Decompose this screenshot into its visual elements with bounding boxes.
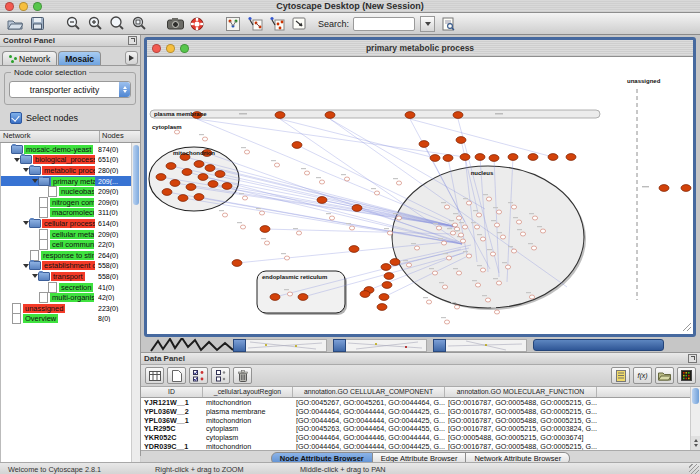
network-node[interactable] — [456, 216, 461, 220]
minimized-window-thumbnail[interactable] — [433, 339, 527, 351]
network-node-selected[interactable] — [194, 161, 204, 168]
tree-row-response-to-stimulu[interactable]: response to stimulu264(0) — [1, 250, 132, 261]
tree-column-nodes[interactable]: Nodes — [100, 131, 140, 142]
network-node-selected[interactable] — [405, 112, 415, 119]
network-node-selected[interactable] — [460, 154, 470, 161]
column-header-cellular-component[interactable]: annotation.GO CELLULAR_COMPONENT — [293, 387, 445, 397]
network-node[interactable] — [532, 216, 537, 220]
network-node-selected[interactable] — [548, 154, 558, 161]
minimized-window-thumbnail[interactable] — [233, 339, 327, 351]
network-node[interactable] — [511, 205, 516, 209]
tree-expand-icon[interactable] — [22, 221, 29, 225]
network-node-selected[interactable] — [681, 185, 691, 192]
network-node[interactable] — [319, 180, 324, 184]
network-node-selected[interactable] — [198, 174, 208, 181]
network-node[interactable] — [441, 241, 446, 245]
network-node[interactable] — [304, 171, 309, 175]
compartment-plasma-membrane[interactable] — [150, 110, 600, 118]
network-node-selected[interactable] — [382, 282, 392, 289]
tree-expand-icon[interactable] — [13, 158, 20, 162]
tree-row-biological-process[interactable]: biological_process651(0) — [1, 155, 132, 166]
tree-row-nitrogen-compo[interactable]: nitrogen compo209(0) — [1, 197, 132, 208]
network-node[interactable] — [414, 246, 419, 250]
network-node[interactable] — [432, 271, 437, 275]
tree-row-cellular-process[interactable]: cellular process614(0) — [1, 218, 132, 229]
tree-row-overview[interactable]: Overview8(0) — [1, 314, 132, 325]
network-node[interactable] — [242, 196, 247, 200]
network-node[interactable] — [485, 298, 490, 302]
network-node[interactable] — [486, 197, 491, 201]
network-node[interactable] — [454, 305, 459, 309]
network-node[interactable] — [240, 225, 245, 229]
table-row[interactable]: YPL036W__2plasma membrane[GO:0044464, GO… — [141, 407, 700, 416]
unselect-attributes-icon[interactable] — [211, 367, 230, 384]
tree-row-macromolecule[interactable]: macromolecule311(0) — [1, 208, 132, 219]
search-advanced-icon[interactable] — [439, 15, 457, 32]
select-nodes-checkbox[interactable] — [10, 112, 22, 124]
network-node-selected[interactable] — [232, 260, 242, 267]
network-node[interactable] — [274, 163, 279, 167]
network-node[interactable] — [349, 226, 354, 230]
network-node[interactable] — [500, 235, 505, 239]
new-attribute-icon[interactable] — [167, 367, 186, 384]
network-node[interactable] — [202, 137, 207, 141]
open-folder-icon[interactable] — [6, 15, 24, 32]
network-node[interactable] — [496, 281, 501, 285]
tree-row-unassigned[interactable]: unassigned223(0) — [1, 303, 132, 314]
tree-row-establishment-of-lo[interactable]: establishment of lo558(0) — [1, 261, 132, 272]
network-node-selected[interactable] — [162, 189, 172, 196]
network-node-selected[interactable] — [178, 195, 188, 202]
zoom-fit-icon[interactable] — [108, 15, 126, 32]
network-node[interactable] — [490, 252, 495, 256]
network-view-window[interactable]: primary metabolic process plasma membran… — [144, 37, 696, 337]
tree-expand-icon[interactable] — [31, 274, 38, 278]
select-attributes-icon[interactable] — [189, 367, 208, 384]
network-node-selected[interactable] — [443, 155, 453, 162]
network-node[interactable] — [494, 223, 499, 227]
network-node[interactable] — [466, 201, 471, 205]
network-node-selected[interactable] — [222, 183, 232, 190]
network-node-selected[interactable] — [215, 171, 225, 178]
network-node[interactable] — [540, 229, 545, 233]
network-node[interactable] — [466, 254, 471, 258]
network-node[interactable] — [452, 223, 457, 227]
network-node-selected[interactable] — [182, 169, 192, 176]
network-node[interactable] — [446, 256, 451, 260]
network-edge[interactable] — [197, 119, 465, 157]
import-attributes-folder-icon[interactable] — [655, 367, 674, 384]
network-node-selected[interactable] — [384, 273, 394, 280]
network-node-selected[interactable] — [508, 154, 518, 161]
float-panel-icon[interactable] — [688, 354, 697, 363]
zoom-selected-icon[interactable] — [130, 15, 148, 32]
tree-row-mosaic-demo-yeast[interactable]: mosaic-demo-yeast874(0) — [1, 144, 132, 155]
network-node[interactable] — [458, 233, 463, 237]
network-node-selected[interactable] — [270, 294, 280, 301]
save-icon[interactable] — [28, 15, 46, 32]
search-dropdown-button[interactable] — [420, 16, 435, 32]
tab-mosaic[interactable]: Mosaic — [58, 51, 101, 65]
zoom-out-icon[interactable] — [64, 15, 82, 32]
apply-layout-a-icon[interactable] — [246, 15, 264, 32]
window-resize-grip[interactable] — [689, 464, 699, 474]
network-node-selected[interactable] — [325, 112, 335, 119]
network-node-selected[interactable] — [390, 259, 400, 266]
network-node[interactable] — [474, 225, 479, 229]
network-node-selected[interactable] — [317, 197, 327, 204]
zoom-in-icon[interactable] — [86, 15, 104, 32]
table-row[interactable]: YDR039C__1mitochondrion[GO:0044464, GO:0… — [141, 442, 700, 451]
tree-row-primary-metabo[interactable]: primary metabo209(... — [1, 176, 132, 187]
network-node[interactable] — [396, 181, 401, 185]
network-node-selected[interactable] — [528, 154, 538, 161]
network-node-selected[interactable] — [170, 180, 180, 187]
network-node[interactable] — [496, 210, 501, 214]
network-node[interactable] — [287, 292, 292, 296]
table-row[interactable]: YPL036W__1mitochondrion[GO:0044464, GO:0… — [141, 416, 700, 425]
network-node[interactable] — [475, 283, 480, 287]
network-node-selected[interactable] — [430, 155, 440, 162]
network-node[interactable] — [329, 216, 334, 220]
network-node-selected[interactable] — [194, 194, 204, 201]
network-node[interactable] — [505, 265, 510, 269]
tree-expand-icon[interactable] — [22, 168, 29, 172]
tree-row-cellular-metabo[interactable]: cellular metabo209(0) — [1, 229, 132, 240]
network-node-selected[interactable] — [566, 154, 576, 161]
